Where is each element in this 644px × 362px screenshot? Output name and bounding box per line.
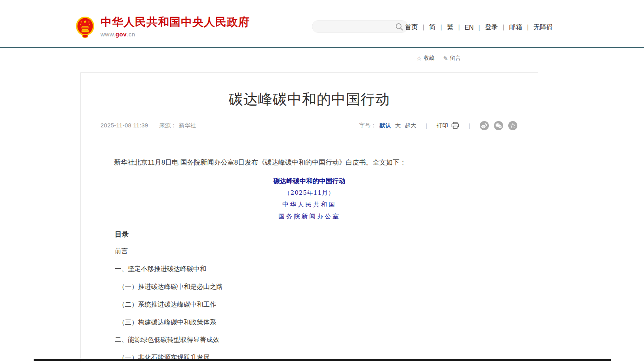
document-heading-block: 碳达峰碳中和的中国行动 （2025年11月） 中华人民共和国 国务院新闻办公室 [81, 175, 538, 222]
nav-login[interactable]: 登录 [485, 23, 509, 32]
article-title: 碳达峰碳中和的中国行动 [81, 91, 538, 108]
nav-accessibility[interactable]: 无障碍 [534, 23, 553, 32]
printer-icon [451, 122, 459, 129]
toc-item-preface[interactable]: 前言 [115, 243, 514, 260]
meta-separator [101, 134, 518, 134]
favorite-button[interactable]: ☆ 收藏 [416, 55, 434, 62]
document-org-line1: 中华人民共和国 [81, 199, 538, 210]
toc-item-section1-1[interactable]: （一）推进碳达峰碳中和是必由之路 [115, 278, 514, 296]
site-url: www.gov.cn [101, 31, 250, 38]
logo-text: 中华人民共和国中央人民政府 www.gov.cn [101, 16, 250, 38]
source-label: 来源： [159, 122, 177, 129]
document-org-line2: 国务院新闻办公室 [81, 210, 538, 222]
url-www: www. [101, 31, 116, 38]
message-button[interactable]: ✎ 留言 [443, 55, 461, 62]
url-cn: .cn [127, 31, 135, 38]
article-action-links: ☆ 收藏 ✎ 留言 [416, 55, 461, 62]
nav-simplified[interactable]: 简 [429, 23, 447, 32]
svg-text:★: ★ [89, 23, 91, 25]
toc-item-section1-2[interactable]: （二）系统推进碳达峰碳中和工作 [115, 296, 514, 313]
nav-traditional[interactable]: 繁 [447, 23, 465, 32]
share-group [480, 121, 517, 130]
star-outline-icon: ☆ [416, 55, 422, 61]
wechat-share-icon[interactable] [494, 121, 503, 130]
toc-heading: 目录 [115, 229, 129, 239]
toc-item-section1[interactable]: 一、坚定不移推进碳达峰碳中和 [115, 260, 514, 278]
toc-item-section1-3[interactable]: （三）构建碳达峰碳中和政策体系 [115, 313, 514, 331]
bottom-edge-bar [34, 359, 611, 361]
site-header: ★ ★ ★ ★ ★ 中华人民共和国中央人民政府 www.gov.cn [0, 0, 644, 48]
article-meta-row: 2025-11-08 11:39 来源： 新华社 字号： 默认 大 超大 | 打… [101, 121, 517, 130]
nav-home[interactable]: 首页 [405, 23, 429, 32]
site-logo[interactable]: ★ ★ ★ ★ ★ 中华人民共和国中央人民政府 www.gov.cn [75, 16, 250, 38]
national-emblem-icon: ★ ★ ★ ★ ★ [75, 16, 95, 38]
weibo-share-icon[interactable] [480, 121, 489, 130]
favorite-share-icon[interactable] [508, 121, 517, 130]
fontsize-default-button[interactable]: 默认 [380, 122, 391, 129]
document-date: （2025年11月） [81, 187, 538, 199]
fontsize-large-button[interactable]: 大 [395, 122, 401, 129]
favorite-label: 收藏 [424, 55, 434, 62]
search-input[interactable] [319, 21, 392, 32]
print-button[interactable]: 打印 [437, 122, 459, 129]
svg-text:★: ★ [80, 23, 82, 25]
top-nav: 首页 简 繁 EN 登录 邮箱 无障碍 [405, 23, 553, 32]
meta-left: 2025-11-08 11:39 来源： 新华社 [101, 122, 196, 129]
toc-item-section2[interactable]: 二、能源绿色低碳转型取得显著成效 [115, 331, 514, 349]
pencil-icon: ✎ [443, 55, 448, 61]
message-label: 留言 [450, 55, 461, 62]
lead-paragraph: 新华社北京11月8日电 国务院新闻办公室8日发布《碳达峰碳中和的中国行动》白皮书… [101, 158, 518, 167]
site-title: 中华人民共和国中央人民政府 [101, 16, 250, 28]
article-card: 碳达峰碳中和的中国行动 2025-11-08 11:39 来源： 新华社 字号：… [80, 72, 538, 362]
source-value[interactable]: 新华社 [179, 122, 196, 129]
search-icon[interactable] [395, 23, 403, 31]
svg-text:★: ★ [83, 19, 87, 24]
divider: | [426, 122, 427, 129]
divider: | [469, 122, 470, 129]
nav-mail[interactable]: 邮箱 [509, 23, 533, 32]
meta-right: 字号： 默认 大 超大 | 打印 | [359, 121, 517, 130]
search-box [312, 20, 408, 33]
page: ★ ★ ★ ★ ★ 中华人民共和国中央人民政府 www.gov.cn [0, 0, 644, 362]
toc-list: 前言 一、坚定不移推进碳达峰碳中和 （一）推进碳达峰碳中和是必由之路 （二）系统… [115, 243, 514, 362]
print-label: 打印 [437, 122, 448, 129]
fontsize-label: 字号： [359, 122, 376, 129]
document-title-link[interactable]: 碳达峰碳中和的中国行动 [81, 175, 538, 187]
publish-date: 2025-11-08 11:39 [101, 122, 148, 129]
url-gov: gov [116, 31, 127, 38]
fontsize-xlarge-button[interactable]: 超大 [405, 122, 416, 129]
nav-english[interactable]: EN [465, 24, 485, 31]
